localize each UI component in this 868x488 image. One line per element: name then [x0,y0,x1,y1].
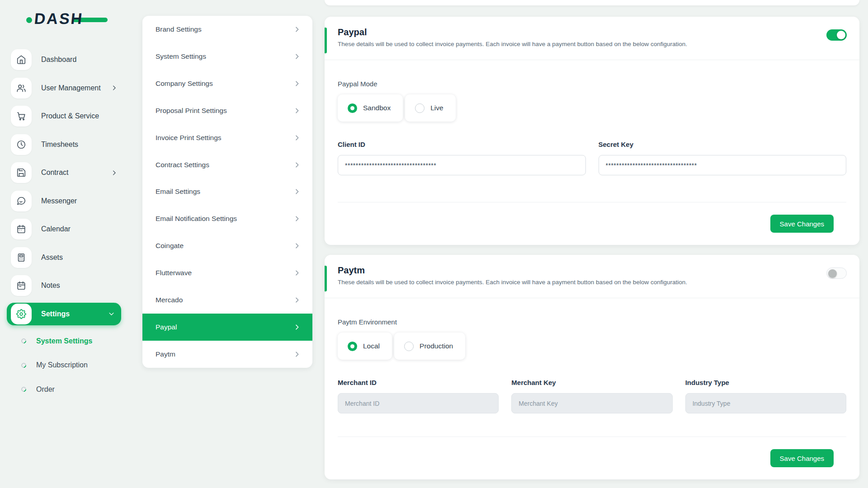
settings-menu-company-settings[interactable]: Company Settings [142,70,312,97]
paytm-save-button[interactable]: Save Changes [770,449,834,467]
settings-menu-label: Paytm [156,350,293,358]
paypal-card-header: Paypal These details will be used to col… [325,17,859,60]
paypal-enabled-toggle[interactable] [826,29,847,41]
bullet-icon [20,361,28,369]
sidebar-item-dashboard[interactable]: Dashboard [0,46,131,74]
merchant-key-field-group: Merchant Key [511,379,672,413]
sidebar-item-label: Timesheets [41,141,78,149]
radio-checked-icon[interactable] [348,342,357,351]
calculator-icon [11,247,32,268]
radio-unchecked-icon[interactable] [404,342,414,351]
paypal-mode-options: Sandbox Live [338,94,846,122]
previous-card-edge [325,0,859,5]
users-icon [11,78,32,99]
industry-type-input[interactable] [685,393,846,413]
merchant-id-field-group: Merchant ID [338,379,499,413]
sidebar-item-label: Assets [41,253,63,262]
paytm-card: Paytm These details will be used to coll… [325,255,859,479]
paytm-fields: Merchant ID Merchant Key Industry Type [338,379,846,413]
bullet-icon [20,386,28,393]
chevron-right-icon [293,53,301,60]
settings-menu-proposal-print-settings[interactable]: Proposal Print Settings [142,97,312,124]
merchant-key-label: Merchant Key [511,379,672,386]
radio-unchecked-icon[interactable] [415,103,425,113]
sidebar-item-calendar[interactable]: Calendar [0,215,131,244]
chevron-right-icon [293,134,301,141]
secret-key-input[interactable] [599,155,847,175]
radio-label: Live [430,104,443,112]
bullet-icon [20,338,28,345]
sidebar-item-timesheets[interactable]: Timesheets [0,131,131,159]
sub-item-order[interactable]: Order [0,377,131,402]
sub-item-my-subscription[interactable]: My Subscription [0,353,131,378]
chevron-right-icon [293,107,301,114]
settings-menu-paypal[interactable]: Paypal [142,314,312,341]
settings-menu-label: Flutterwave [156,269,293,277]
settings-menu-paytm[interactable]: Paytm [142,341,312,368]
cart-icon [11,106,32,127]
chevron-right-icon [293,188,301,195]
chevron-right-icon [293,80,301,87]
radio-checked-icon[interactable] [348,103,357,113]
merchant-id-input[interactable] [338,393,499,413]
settings-menu-brand-settings[interactable]: Brand Settings [142,16,312,43]
settings-menu-flutterwave[interactable]: Flutterwave [142,259,312,286]
settings-menu-contract-settings[interactable]: Contract Settings [142,151,312,178]
settings-sub-nav: System Settings My Subscription Order [0,329,131,402]
settings-menu-label: Brand Settings [156,25,293,33]
paytm-card-body: Paytm Environment Local Production Merch… [325,298,859,479]
sidebar: DASH Dashboard User Management [0,0,131,488]
merchant-key-input[interactable] [511,393,672,413]
settings-menu-mercado[interactable]: Mercado [142,286,312,314]
sidebar-item-label: User Management [41,84,101,92]
sidebar-item-notes[interactable]: Notes [0,272,131,300]
sidebar-item-label: Dashboard [41,56,76,64]
paytm-card-title: Paytm [338,264,687,276]
sidebar-item-settings[interactable]: Settings [7,303,121,325]
sidebar-item-label: Notes [41,282,60,290]
chevron-right-icon [111,84,118,91]
paypal-save-button[interactable]: Save Changes [770,215,834,233]
settings-menu-invoice-print-settings[interactable]: Invoice Print Settings [142,124,312,151]
sub-item-system-settings[interactable]: System Settings [0,329,131,353]
paytm-card-footer: Save Changes [338,436,846,479]
settings-menu-email-notification-settings[interactable]: Email Notification Settings [142,205,312,232]
paypal-mode-live-option[interactable]: Live [405,94,455,122]
settings-menu-panel: Brand Settings System Settings Company S… [142,16,312,368]
sidebar-item-product-service[interactable]: Product & Service [0,102,131,131]
paytm-card-header: Paytm These details will be used to coll… [325,255,859,298]
settings-menu-label: Email Settings [156,188,293,196]
merchant-id-label: Merchant ID [338,379,499,386]
logo-text: DASH [33,10,84,28]
chevron-right-icon [293,269,301,277]
sidebar-item-messenger[interactable]: Messenger [0,187,131,216]
sidebar-item-contract[interactable]: Contract [0,159,131,187]
sidebar-item-label: Settings [41,310,70,318]
paypal-card-body: Paypal Mode Sandbox Live Client ID [325,60,859,245]
app-root: DASH Dashboard User Management [0,0,868,488]
settings-menu-coingate[interactable]: Coingate [142,232,312,259]
sidebar-item-label: Calendar [41,225,71,233]
home-icon [11,49,32,70]
settings-menu-label: Email Notification Settings [156,215,293,223]
settings-menu-system-settings[interactable]: System Settings [142,43,312,70]
client-id-input[interactable] [338,155,586,175]
sidebar-nav: Dashboard User Management Product & Serv… [0,46,131,328]
paytm-enabled-toggle[interactable] [826,267,847,279]
settings-menu-label: System Settings [156,52,293,61]
settings-menu-label: Coingate [156,242,293,250]
paytm-env-local-option[interactable]: Local [338,333,392,360]
chevron-down-icon [108,310,115,317]
sidebar-item-user-management[interactable]: User Management [0,74,131,103]
notes-icon [11,275,32,296]
paytm-env-production-option[interactable]: Production [394,333,465,360]
logo-dot [26,17,32,23]
chevron-right-icon [293,26,301,33]
paypal-mode-sandbox-option[interactable]: Sandbox [338,94,403,122]
sidebar-item-assets[interactable]: Assets [0,244,131,272]
green-accent-bar [325,28,327,53]
chat-bubble-icon [11,191,32,211]
industry-type-label: Industry Type [685,379,846,386]
client-id-label: Client ID [338,141,586,148]
settings-menu-email-settings[interactable]: Email Settings [142,178,312,206]
